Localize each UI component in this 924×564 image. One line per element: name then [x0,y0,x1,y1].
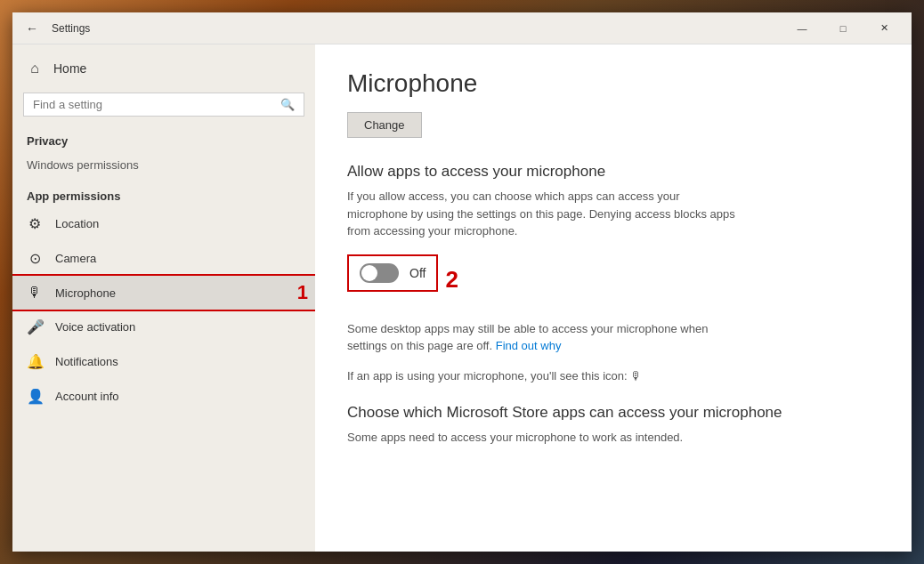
sidebar-item-label: Notifications [55,355,118,368]
privacy-section-label: Privacy [12,124,315,151]
allow-section-title: Allow apps to access your microphone [347,163,879,181]
voice-icon: 🎤 [27,318,43,335]
content-area: Microphone Change Allow apps to access y… [315,44,912,552]
window-controls: — □ ✕ [782,12,904,44]
settings-window: ← Settings — □ ✕ ⌂ Home 🔍 Privacy Window… [12,12,912,552]
sidebar-item-label: Account info [55,390,119,403]
main-area: ⌂ Home 🔍 Privacy Windows permissions App… [12,44,912,552]
titlebar: ← Settings — □ ✕ [12,12,912,44]
sidebar-item-label: Location [55,217,99,230]
window-title: Settings [52,22,782,35]
minimize-button[interactable]: — [782,12,823,44]
close-button[interactable]: ✕ [863,12,904,44]
search-input[interactable] [33,98,273,111]
annotation-1: 1 [297,281,308,304]
maximize-button[interactable]: □ [823,12,863,44]
microphone-toggle[interactable] [360,263,399,283]
icon-info-text: If an app is using your microphone, you'… [347,369,879,383]
sidebar: ⌂ Home 🔍 Privacy Windows permissions App… [12,44,315,552]
toggle-off-label: Off [409,266,426,280]
home-label: Home [53,61,86,76]
sidebar-item-label: Camera [55,252,96,265]
find-out-why-link[interactable]: Find out why [496,339,562,352]
sidebar-item-label: Voice activation [55,320,135,334]
sidebar-item-camera[interactable]: ⊙ Camera [12,241,315,276]
account-icon: 👤 [27,388,43,405]
choose-section-description: Some apps need to access your microphone… [347,429,739,447]
microphone-icon: 🎙 [27,285,43,301]
back-button[interactable]: ← [20,16,45,41]
sidebar-item-voice-activation[interactable]: 🎤 Voice activation [12,310,315,344]
toggle-area: Off [347,254,438,292]
search-box: 🔍 [23,93,304,117]
home-icon: ⌂ [27,60,43,77]
sidebar-windows-permissions[interactable]: Windows permissions [12,151,315,179]
sidebar-item-label: Microphone [55,286,116,300]
sidebar-item-location[interactable]: ⚙ Location [12,206,315,241]
notifications-icon: 🔔 [27,353,43,370]
location-icon: ⚙ [27,215,43,232]
change-button[interactable]: Change [347,112,422,138]
sidebar-item-microphone[interactable]: 🎙 Microphone 1 [12,276,315,310]
camera-icon: ⊙ [27,250,43,267]
sidebar-item-notifications[interactable]: 🔔 Notifications [12,344,315,379]
app-permissions-label: App permissions [12,179,315,206]
sidebar-item-account-info[interactable]: 👤 Account info [12,379,315,414]
annotation-2: 2 [445,266,458,294]
allow-section-description: If you allow access, you can choose whic… [347,188,739,240]
search-icon: 🔍 [280,98,295,111]
warning-text: Some desktop apps may still be able to a… [347,320,739,355]
page-title: Microphone [347,69,879,98]
choose-section-title: Choose which Microsoft Store apps can ac… [347,404,879,422]
sidebar-item-home[interactable]: ⌂ Home [12,52,315,85]
